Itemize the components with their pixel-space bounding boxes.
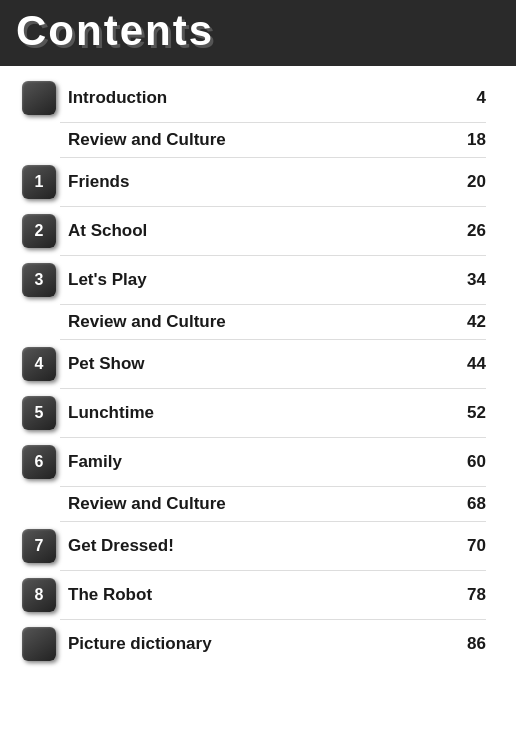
chapter-number-icon: 1 bbox=[22, 165, 56, 199]
toc-item-page: 18 bbox=[456, 130, 486, 150]
chapter-number-icon: 5 bbox=[22, 396, 56, 430]
chapter-icon-cell bbox=[18, 81, 60, 115]
toc-item-page: 42 bbox=[456, 312, 486, 332]
chapter-plain-icon bbox=[22, 81, 56, 115]
table-row: 6Family60 bbox=[60, 438, 486, 487]
toc-item-label: Picture dictionary bbox=[68, 634, 456, 654]
chapter-plain-icon bbox=[22, 627, 56, 661]
toc-item-page: 78 bbox=[456, 585, 486, 605]
chapter-icon-cell: 2 bbox=[18, 214, 60, 248]
chapter-number-icon: 4 bbox=[22, 347, 56, 381]
table-row: 7Get Dressed!70 bbox=[60, 522, 486, 571]
table-row: 8The Robot78 bbox=[60, 571, 486, 620]
chapter-icon-cell: 3 bbox=[18, 263, 60, 297]
toc-item-label: Review and Culture bbox=[68, 130, 456, 150]
table-row: Review and Culture68 bbox=[60, 487, 486, 522]
chapter-icon-cell: 6 bbox=[18, 445, 60, 479]
toc-item-page: 70 bbox=[456, 536, 486, 556]
toc-item-page: 52 bbox=[456, 403, 486, 423]
chapter-icon-cell bbox=[18, 627, 60, 661]
chapter-number-icon: 8 bbox=[22, 578, 56, 612]
chapter-icon-cell: 4 bbox=[18, 347, 60, 381]
chapter-icon-cell: 7 bbox=[18, 529, 60, 563]
page-title: Contents bbox=[16, 7, 214, 54]
toc-item-label: Friends bbox=[68, 172, 456, 192]
header: Contents bbox=[0, 0, 516, 66]
table-row: 3Let's Play34 bbox=[60, 256, 486, 305]
toc-item-page: 68 bbox=[456, 494, 486, 514]
toc-item-label: At School bbox=[68, 221, 456, 241]
toc-item-label: The Robot bbox=[68, 585, 456, 605]
table-row: Introduction4 bbox=[60, 74, 486, 123]
table-row: 1Friends20 bbox=[60, 158, 486, 207]
toc-item-page: 4 bbox=[456, 88, 486, 108]
toc-item-label: Review and Culture bbox=[68, 312, 456, 332]
toc-item-label: Pet Show bbox=[68, 354, 456, 374]
toc-item-page: 26 bbox=[456, 221, 486, 241]
toc-item-page: 86 bbox=[456, 634, 486, 654]
table-of-contents: Introduction4Review and Culture181Friend… bbox=[0, 66, 516, 676]
toc-item-label: Let's Play bbox=[68, 270, 456, 290]
toc-item-label: Introduction bbox=[68, 88, 456, 108]
toc-item-page: 60 bbox=[456, 452, 486, 472]
table-row: 5Lunchtime52 bbox=[60, 389, 486, 438]
chapter-number-icon: 2 bbox=[22, 214, 56, 248]
chapter-number-icon: 6 bbox=[22, 445, 56, 479]
toc-item-page: 34 bbox=[456, 270, 486, 290]
table-row: Review and Culture18 bbox=[60, 123, 486, 158]
toc-item-label: Lunchtime bbox=[68, 403, 456, 423]
chapter-icon-cell: 8 bbox=[18, 578, 60, 612]
toc-item-label: Review and Culture bbox=[68, 494, 456, 514]
toc-item-page: 44 bbox=[456, 354, 486, 374]
table-row: Picture dictionary86 bbox=[60, 620, 486, 668]
chapter-number-icon: 3 bbox=[22, 263, 56, 297]
table-row: Review and Culture42 bbox=[60, 305, 486, 340]
chapter-number-icon: 7 bbox=[22, 529, 56, 563]
chapter-icon-cell: 1 bbox=[18, 165, 60, 199]
toc-item-page: 20 bbox=[456, 172, 486, 192]
toc-item-label: Get Dressed! bbox=[68, 536, 456, 556]
table-row: 4Pet Show44 bbox=[60, 340, 486, 389]
table-row: 2At School26 bbox=[60, 207, 486, 256]
chapter-icon-cell: 5 bbox=[18, 396, 60, 430]
toc-item-label: Family bbox=[68, 452, 456, 472]
